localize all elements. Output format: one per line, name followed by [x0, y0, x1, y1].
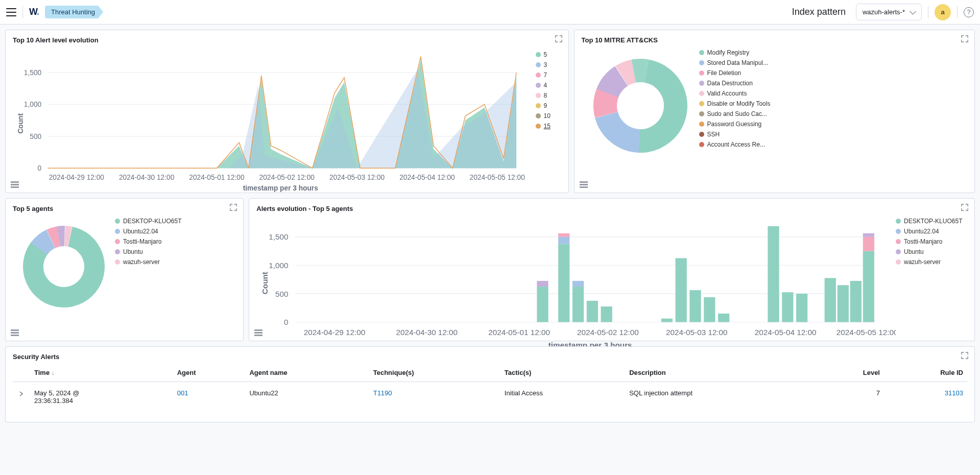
col-description[interactable]: Description: [625, 364, 817, 382]
legend-item[interactable]: Ubuntu: [896, 248, 967, 255]
expand-row-icon[interactable]: [17, 389, 26, 398]
chart-legend: DESKTOP-KLUO65T Ubuntu22.04 Tostti-Manja…: [896, 216, 967, 365]
table-view-icon[interactable]: [580, 181, 588, 188]
legend-item[interactable]: Ubuntu22.04: [115, 228, 236, 235]
svg-rect-53: [796, 294, 807, 322]
col-rule-id[interactable]: Rule ID: [884, 364, 967, 382]
legend-item[interactable]: 3: [536, 61, 561, 68]
cell-tactic: Initial Access: [500, 382, 625, 412]
table-row: May 5, 2024 @ 23:36:31.384 001 Ubuntu22 …: [13, 382, 967, 412]
donut-chart: [582, 47, 699, 164]
security-table: Time↓ Agent Agent name Technique(s) Tact…: [13, 364, 967, 412]
cell-technique-link[interactable]: T1190: [373, 389, 392, 397]
legend-item[interactable]: Tostti-Manjaro: [115, 238, 236, 245]
svg-text:2024-04-30 12:00: 2024-04-30 12:00: [396, 328, 458, 337]
cell-level: 7: [817, 382, 884, 412]
panel-alert-level-evolution: Top 10 Alert level evolution 0 500 1,000…: [5, 30, 569, 193]
panel-security-alerts: Security Alerts Time↓ Agent Agent name T…: [5, 346, 975, 422]
legend-item[interactable]: 8: [536, 92, 561, 99]
svg-rect-54: [825, 278, 836, 322]
svg-text:1,500: 1,500: [269, 232, 289, 241]
legend-item[interactable]: Modify Registry: [699, 49, 967, 56]
index-pattern-value: wazuh-alerts-*: [863, 8, 905, 16]
svg-rect-52: [782, 292, 793, 322]
svg-text:2024-04-29 12:00: 2024-04-29 12:00: [304, 328, 366, 337]
legend-item[interactable]: DESKTOP-KLUO65T: [896, 218, 967, 225]
expand-icon[interactable]: [961, 204, 968, 211]
index-pattern-label: Index pattern: [792, 7, 846, 17]
panel-title: Top 10 MITRE ATT&CKS: [575, 30, 974, 47]
legend-item[interactable]: 4: [536, 82, 561, 89]
legend-item[interactable]: Account Access Re...: [699, 141, 967, 148]
expand-icon[interactable]: [230, 204, 237, 211]
expand-icon[interactable]: [961, 35, 968, 42]
legend-item[interactable]: wazuh-server: [896, 258, 967, 266]
legend-item[interactable]: Data Destruction: [699, 80, 967, 87]
svg-rect-37: [537, 287, 548, 322]
svg-rect-47: [676, 258, 687, 322]
index-pattern-select[interactable]: wazuh-alerts-*: [856, 4, 922, 20]
table-view-icon[interactable]: [254, 329, 262, 337]
legend-item[interactable]: Valid Accounts: [699, 90, 967, 97]
svg-rect-39: [558, 244, 569, 322]
cell-description: SQL injection attempt: [625, 382, 817, 412]
bar-chart: 0 500 1,000 1,500 Count: [256, 216, 896, 365]
legend-item[interactable]: SSH: [699, 131, 967, 138]
svg-text:1,000: 1,000: [269, 261, 289, 270]
legend-item[interactable]: wazuh-server: [115, 258, 236, 266]
svg-text:1,000: 1,000: [24, 101, 42, 108]
col-level[interactable]: Level: [817, 364, 884, 382]
breadcrumb[interactable]: Threat Hunting: [45, 6, 103, 18]
svg-text:2024-05-02 12:00: 2024-05-02 12:00: [259, 174, 315, 181]
col-tactic[interactable]: Tactic(s): [500, 364, 625, 382]
legend-item[interactable]: DESKTOP-KLUO65T: [115, 218, 236, 225]
legend-item[interactable]: 7: [536, 72, 561, 79]
cell-ruleid-link[interactable]: 31103: [945, 389, 963, 397]
legend-item[interactable]: 10: [536, 112, 561, 120]
legend-item[interactable]: Ubuntu: [115, 248, 236, 255]
legend-item[interactable]: File Deletion: [699, 69, 967, 77]
legend-item[interactable]: Stored Data Manipul...: [699, 59, 967, 66]
svg-rect-51: [768, 226, 779, 322]
app-logo[interactable]: W.: [29, 7, 39, 17]
donut-chart: [13, 216, 115, 318]
col-agent-name[interactable]: Agent name: [245, 364, 369, 382]
cell-agent-link[interactable]: 001: [177, 389, 188, 397]
cell-time: May 5, 2024 @ 23:36:31.384: [30, 382, 173, 412]
table-view-icon[interactable]: [11, 329, 19, 337]
svg-rect-42: [572, 287, 584, 322]
legend-item[interactable]: Tostti-Manjaro: [896, 238, 967, 245]
table-view-icon[interactable]: [11, 181, 19, 188]
svg-text:Count: Count: [17, 113, 25, 134]
legend-item[interactable]: 5: [536, 51, 561, 58]
svg-rect-46: [661, 319, 673, 322]
legend-item[interactable]: 15: [536, 123, 561, 130]
legend-item[interactable]: Ubuntu22.04: [896, 228, 967, 235]
svg-text:2024-05-05 12:00: 2024-05-05 12:00: [470, 174, 525, 181]
hamburger-icon[interactable]: [6, 8, 16, 16]
svg-text:2024-05-01 12:00: 2024-05-01 12:00: [189, 174, 245, 181]
svg-rect-45: [601, 306, 612, 322]
legend-item[interactable]: Sudo and Sudo Cac...: [699, 110, 967, 117]
svg-text:Count: Count: [261, 272, 270, 294]
svg-rect-50: [718, 314, 729, 322]
expand-icon[interactable]: [961, 352, 968, 359]
avatar[interactable]: a: [935, 4, 951, 20]
svg-text:2024-05-04 12:00: 2024-05-04 12:00: [755, 328, 817, 337]
col-technique[interactable]: Technique(s): [369, 364, 500, 382]
panel-title: Top 10 Alert level evolution: [6, 30, 568, 47]
legend-item[interactable]: Disable or Modify Tools: [699, 100, 967, 107]
col-agent[interactable]: Agent: [173, 364, 246, 382]
dashboard-grid: Top 10 Alert level evolution 0 500 1,000…: [0, 25, 980, 428]
col-time[interactable]: Time↓: [30, 364, 173, 382]
legend-item[interactable]: 9: [536, 102, 561, 109]
panel-title: Top 5 agents: [6, 199, 243, 216]
legend-item[interactable]: Password Guessing: [699, 121, 967, 128]
svg-text:500: 500: [30, 133, 41, 140]
help-icon[interactable]: ?: [964, 7, 974, 17]
svg-text:2024-05-03 12:00: 2024-05-03 12:00: [666, 328, 728, 337]
svg-rect-38: [537, 281, 548, 287]
svg-rect-44: [587, 301, 598, 322]
chart-legend: 5 3 7 4 8 9 10 15: [536, 47, 561, 206]
expand-icon[interactable]: [555, 35, 562, 42]
